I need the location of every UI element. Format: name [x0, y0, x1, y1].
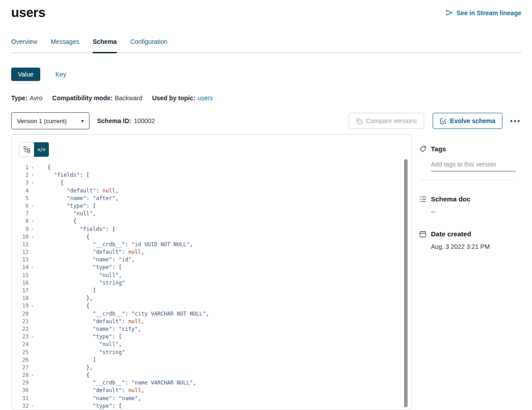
fold-spacer — [29, 356, 36, 364]
schema-content: </> 1▾{2▾ "fields": [3▾ {4 "default": nu… — [11, 134, 521, 410]
code-line: 25 "string" — [12, 349, 411, 356]
code-text: { — [36, 233, 89, 241]
fold-toggle-icon[interactable]: ▾ — [29, 402, 36, 410]
add-tags-input[interactable] — [431, 160, 516, 171]
fold-toggle-icon[interactable]: ▾ — [29, 226, 36, 233]
fold-spacer — [29, 279, 36, 287]
value-toggle-button[interactable]: Value — [11, 68, 40, 81]
line-number: 32 — [12, 402, 29, 410]
code-text: { — [36, 218, 77, 225]
fold-toggle-icon[interactable]: ▾ — [29, 164, 36, 171]
code-line: 30 "default": null, — [12, 387, 411, 394]
line-number: 4 — [12, 187, 29, 195]
code-line: 21 "default": null, — [12, 318, 411, 325]
topic-label: Used by topic: — [152, 94, 195, 102]
scrollbar-thumb[interactable] — [404, 159, 408, 407]
schema-sidebar: Tags Schema doc -- — [412, 134, 521, 410]
code-view-icon: </> — [37, 147, 45, 152]
fold-toggle-icon[interactable]: ▾ — [29, 264, 36, 271]
code-text: "__crdb__": "city VARCHAR NOT NULL", — [36, 310, 209, 318]
schema-meta-row: Type: Avro Compatibility mode: Backward … — [11, 94, 521, 102]
fold-toggle-icon[interactable]: ▾ — [29, 233, 36, 241]
code-view-button[interactable]: </> — [34, 142, 49, 157]
fold-spacer — [29, 387, 36, 394]
line-number: 9 — [12, 226, 29, 233]
topic-link[interactable]: users — [197, 94, 213, 102]
line-number: 27 — [12, 364, 29, 372]
line-number: 20 — [12, 310, 29, 318]
code-line: 26 ] — [12, 356, 411, 364]
code-text: "null", — [36, 341, 122, 348]
fold-spacer — [29, 325, 36, 333]
line-number: 5 — [12, 195, 29, 202]
overflow-menu-button[interactable]: ⋯ — [509, 117, 521, 125]
type-label: Type: — [11, 94, 27, 102]
code-text: "fields": [ — [36, 171, 89, 179]
doc-list-icon — [419, 196, 426, 203]
code-text: }, — [36, 295, 93, 302]
code-text: "type": [ — [36, 333, 122, 341]
code-line: 17 ] — [12, 287, 411, 295]
code-text: "type": [ — [36, 202, 96, 210]
code-text: "type": [ — [36, 402, 122, 410]
code-text: "default": null, — [36, 248, 145, 256]
schema-id-label: Schema ID: — [97, 117, 131, 124]
version-select-value: Version 1 (current) — [17, 118, 67, 124]
schema-doc-section: Schema doc -- — [419, 195, 521, 215]
code-line: 13 "name": "id", — [12, 256, 411, 264]
code-line: 1▾{ — [12, 164, 411, 171]
evolve-icon — [440, 118, 447, 124]
code-line: 27 }, — [12, 364, 411, 372]
stream-lineage-link[interactable]: See in Stream lineage — [445, 9, 521, 17]
schema-id-value: 100002 — [134, 117, 155, 124]
line-number: 14 — [12, 264, 29, 271]
fold-spacer — [29, 364, 36, 372]
fold-spacer — [29, 318, 36, 325]
evolve-schema-label: Evolve schema — [450, 117, 495, 124]
fold-toggle-icon[interactable]: ▾ — [29, 372, 36, 379]
code-viewer: 1▾{2▾ "fields": [3▾ {4 "default": null,5… — [12, 161, 411, 410]
code-line: 5 "name": "after", — [12, 195, 411, 202]
tag-icon — [419, 145, 426, 153]
meta-type: Type: Avro — [11, 94, 43, 102]
fold-toggle-icon[interactable]: ▾ — [29, 179, 36, 187]
compatibility-value: Backward — [115, 94, 142, 102]
code-line: 11 "__crdb__": "id UUID NOT NULL", — [12, 241, 411, 248]
sidebar-divider — [419, 180, 515, 180]
line-number: 17 — [12, 287, 29, 295]
line-number: 15 — [12, 272, 29, 279]
evolve-schema-button[interactable]: Evolve schema — [433, 113, 502, 129]
compatibility-label: Compatibility mode: — [52, 94, 113, 102]
key-toggle-button[interactable]: Key — [53, 70, 69, 78]
fold-toggle-icon[interactable]: ▾ — [29, 218, 36, 225]
fold-spacer — [29, 210, 36, 218]
code-text: }, — [36, 364, 93, 372]
fold-toggle-icon[interactable]: ▾ — [29, 171, 36, 179]
fold-toggle-icon[interactable]: ▾ — [29, 202, 36, 210]
line-number: 6 — [12, 202, 29, 210]
fold-toggle-icon[interactable]: ▾ — [29, 302, 36, 310]
code-line: 28▾ { — [12, 372, 411, 379]
line-number: 21 — [12, 318, 29, 325]
code-line: 2▾ "fields": [ — [12, 171, 411, 179]
code-line: 16 "string" — [12, 279, 411, 287]
line-number: 24 — [12, 341, 29, 348]
compare-versions-button[interactable]: Compare versions — [349, 113, 424, 129]
scrollbar-track[interactable] — [404, 158, 408, 408]
tab-overview[interactable]: Overview — [11, 38, 37, 52]
version-select[interactable]: Version 1 (current) ▾ — [11, 112, 89, 129]
schema-id: Schema ID: 100002 — [97, 117, 155, 124]
tree-view-button[interactable] — [19, 142, 34, 157]
fold-toggle-icon[interactable]: ▾ — [29, 333, 36, 341]
code-text: "default": null, — [36, 387, 145, 394]
tab-configuration[interactable]: Configuration — [130, 38, 167, 52]
line-number: 11 — [12, 241, 29, 248]
tab-messages[interactable]: Messages — [51, 38, 79, 52]
tab-bar: Overview Messages Schema Configuration — [11, 38, 521, 53]
line-number: 7 — [12, 210, 29, 218]
fold-spacer — [29, 295, 36, 302]
line-number: 10 — [12, 233, 29, 241]
line-number: 25 — [12, 349, 29, 356]
tab-schema[interactable]: Schema — [93, 38, 117, 52]
fold-spacer — [29, 310, 36, 318]
